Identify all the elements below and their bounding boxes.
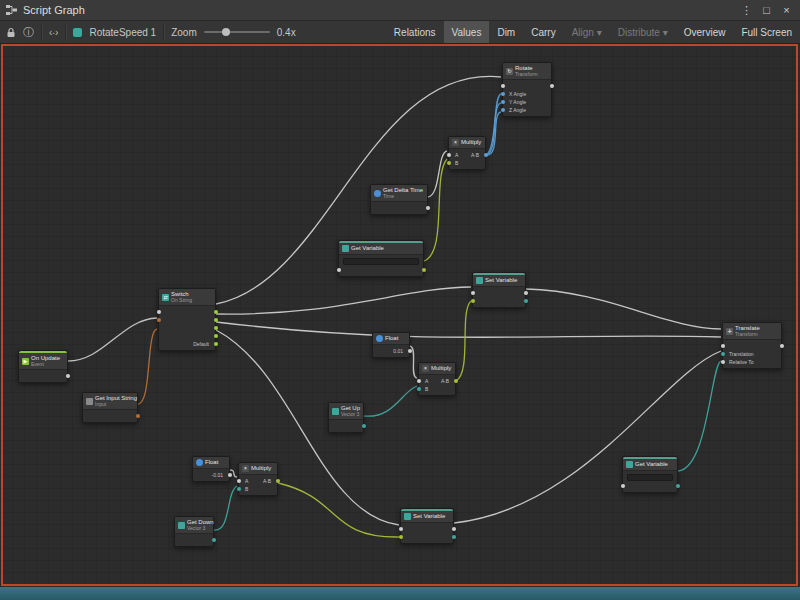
toolbar-button-values[interactable]: Values	[444, 21, 490, 43]
input-port[interactable]	[337, 268, 341, 272]
output-port[interactable]	[228, 473, 232, 477]
input-port[interactable]	[399, 535, 403, 539]
wire-get-variable-right-to-translate[interactable]	[678, 361, 721, 471]
input-port[interactable]	[471, 299, 475, 303]
wire-set-variable-low-to-translate[interactable]	[454, 351, 721, 523]
variable-name-field[interactable]	[343, 258, 419, 265]
input-port[interactable]	[237, 487, 241, 491]
output-port[interactable]	[362, 424, 366, 428]
wire-multiply-to-set-variable-low[interactable]	[278, 483, 399, 537]
output-port[interactable]	[452, 535, 456, 539]
node-port-row	[473, 297, 525, 305]
output-port[interactable]	[136, 414, 140, 418]
output-port[interactable]	[422, 268, 426, 272]
output-port[interactable]	[408, 349, 412, 353]
output-port[interactable]	[524, 299, 528, 303]
event-icon: ▶	[22, 358, 29, 365]
input-port[interactable]	[237, 479, 241, 483]
node-float-low[interactable]: Float-0.01	[192, 456, 230, 482]
wire-get-down-to-multiply[interactable]	[214, 486, 237, 530]
zoom-slider[interactable]	[204, 31, 270, 33]
output-port[interactable]	[214, 310, 218, 314]
output-port-label: Default	[193, 340, 209, 348]
input-icon	[86, 398, 93, 405]
zoom-value: 0.4x	[277, 27, 296, 38]
wire-multiply-to-set-variable-mid[interactable]	[456, 301, 471, 381]
node-vector3-get-up[interactable]: Get UpVector 3	[328, 402, 364, 433]
node-get-variable-top[interactable]: Get Variable	[338, 240, 424, 277]
toolbar-button-full-screen[interactable]: Full Screen	[733, 21, 800, 43]
toolbar-button-relations[interactable]: Relations	[386, 21, 444, 43]
output-port[interactable]	[524, 291, 528, 295]
input-port[interactable]	[157, 318, 161, 322]
output-port[interactable]	[214, 334, 218, 338]
output-port[interactable]	[484, 153, 488, 157]
node-rotate[interactable]: ↻RotateTransformX AngleY AngleZ Angle	[502, 62, 552, 117]
input-port[interactable]	[417, 379, 421, 383]
output-port[interactable]	[780, 344, 784, 348]
wire-on-update-to-switch[interactable]	[68, 318, 157, 361]
node-on-update[interactable]: ▶On UpdateEvent	[18, 350, 68, 383]
toolbar-button-dim[interactable]: Dim	[489, 21, 523, 43]
output-port[interactable]	[452, 527, 456, 531]
info-icon[interactable]: ⓘ	[23, 25, 34, 40]
input-port[interactable]	[721, 344, 725, 348]
input-port[interactable]	[447, 161, 451, 165]
wire-switch-to-set-variable-mid[interactable]	[216, 287, 471, 314]
input-port[interactable]	[501, 84, 505, 88]
node-vector3-get-down[interactable]: Get DownVector 3	[174, 516, 214, 547]
output-port[interactable]	[66, 374, 70, 378]
input-port-label: Translation	[729, 350, 754, 358]
output-port[interactable]	[214, 326, 218, 330]
input-port[interactable]	[501, 100, 505, 104]
node-multiply-mid[interactable]: ×MultiplyAA∙BB	[418, 362, 456, 396]
output-port[interactable]	[426, 206, 430, 210]
transform-icon: ✛	[726, 328, 733, 335]
graph-name[interactable]: RotateSpeed 1	[89, 27, 156, 38]
node-port-row	[175, 536, 213, 544]
node-multiply-top[interactable]: ×MultiplyAA∙BB	[448, 136, 486, 170]
variable-name-field[interactable]	[627, 474, 673, 481]
node-translate[interactable]: ✛TranslateTransformTranslationRelative T…	[722, 322, 782, 369]
output-port[interactable]	[212, 538, 216, 542]
output-port[interactable]	[550, 84, 554, 88]
tab-script-graph[interactable]: Script Graph	[23, 4, 85, 16]
node-get-delta-time[interactable]: Get Delta TimeTime	[370, 184, 428, 215]
zoom-slider-thumb[interactable]	[222, 28, 230, 36]
input-port[interactable]	[621, 484, 625, 488]
output-port[interactable]	[214, 318, 218, 322]
node-get-input-string[interactable]: Get Input StringInput	[82, 392, 138, 423]
lock-icon[interactable]	[6, 27, 16, 38]
wire-set-variable-mid-to-translate[interactable]	[526, 289, 721, 329]
input-port[interactable]	[417, 387, 421, 391]
toolbar-button-overview[interactable]: Overview	[676, 21, 734, 43]
wire-get-delta-time-to-multiply[interactable]	[428, 151, 447, 197]
input-port[interactable]	[157, 310, 161, 314]
input-port[interactable]	[721, 352, 725, 356]
wire-switch-to-translate[interactable]	[216, 322, 721, 337]
output-port[interactable]	[214, 342, 218, 346]
input-port[interactable]	[399, 527, 403, 531]
input-port[interactable]	[471, 291, 475, 295]
output-port[interactable]	[276, 479, 280, 483]
node-get-variable-right[interactable]: Get Variable	[622, 456, 678, 493]
node-set-variable-low[interactable]: Set Variable	[400, 508, 454, 544]
input-port[interactable]	[501, 92, 505, 96]
wire-get-input-string-to-switch[interactable]	[138, 329, 157, 404]
inspect-icon[interactable]: ‹∙›	[49, 27, 58, 38]
input-port[interactable]	[721, 360, 725, 364]
wire-get-up-to-multiply[interactable]	[364, 386, 417, 416]
node-switch-on-string[interactable]: ⇄SwitchOn StringDefault	[158, 288, 216, 351]
node-float-mid[interactable]: Float0.01	[372, 332, 410, 358]
toolbar-button-carry[interactable]: Carry	[523, 21, 563, 43]
node-set-variable-mid[interactable]: Set Variable	[472, 272, 526, 308]
input-port[interactable]	[501, 108, 505, 112]
output-port[interactable]	[676, 484, 680, 488]
maximize-icon[interactable]: □	[759, 0, 774, 21]
input-port[interactable]	[447, 153, 451, 157]
kebab-menu-icon[interactable]: ⋮	[739, 0, 754, 21]
close-icon[interactable]: ×	[779, 0, 794, 21]
output-port[interactable]	[454, 379, 458, 383]
node-header: ×Multiply	[419, 363, 455, 375]
node-multiply-low[interactable]: ×MultiplyAA∙BB	[238, 462, 278, 496]
